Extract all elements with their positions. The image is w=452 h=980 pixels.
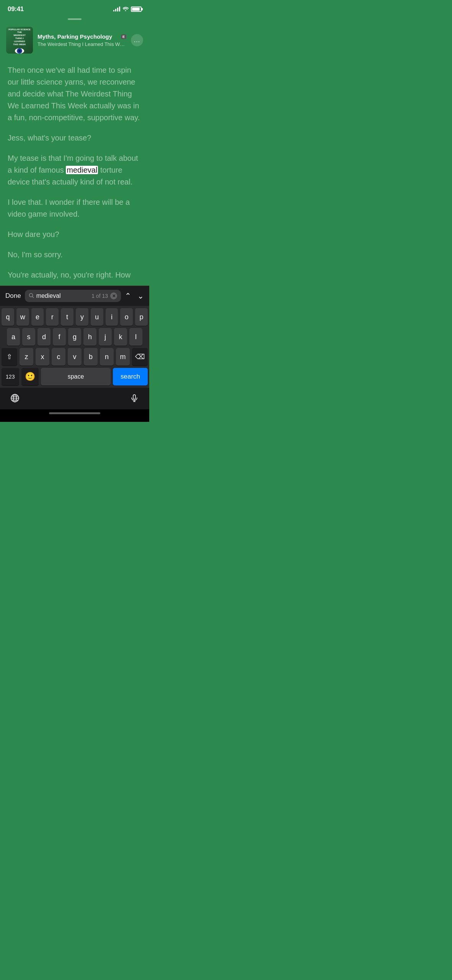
podcast-artwork: POPULAR SCIENCETHEWEIRDESTTHING ILEARNED… [6,27,33,54]
search-clear-button[interactable]: ✕ [110,292,117,299]
key-s[interactable]: s [22,328,35,346]
key-v[interactable]: v [68,348,82,366]
mic-key[interactable] [126,389,143,407]
search-prev-button[interactable]: ⌃ [125,291,131,301]
home-indicator [0,409,149,422]
status-time: 09:41 [8,5,24,13]
key-h[interactable]: h [83,328,96,346]
key-z[interactable]: z [20,348,33,366]
key-l[interactable]: l [129,328,142,346]
transcript-paragraph-4: I love that. I wonder if there will be a… [8,196,142,220]
status-bar: 09:41 [0,0,149,16]
status-icons [113,6,142,12]
keyboard-bottom-row: 123 🙂 space search [0,366,149,388]
artwork-text: POPULAR SCIENCETHEWEIRDESTTHING ILEARNED… [7,27,32,47]
transcript-paragraph-1: Then once we've all had time to spin our… [8,64,142,124]
key-w[interactable]: w [16,308,29,326]
key-b[interactable]: b [84,348,98,366]
search-navigation: ⌃ ⌄ [125,291,144,301]
transcript-paragraph-3: My tease is that I'm going to talk about… [8,152,142,188]
key-t[interactable]: t [61,308,73,326]
key-u[interactable]: u [91,308,103,326]
podcast-episode-title: Myths, Parking Psychology [38,33,119,40]
key-d[interactable]: d [38,328,51,346]
podcast-info: Myths, Parking Psychology E The Weirdest… [38,33,126,47]
key-m[interactable]: m [116,348,130,366]
battery-icon [131,7,142,12]
space-key[interactable]: space [41,368,111,385]
more-dots-icon: ... [134,37,140,44]
search-field-icon [29,293,34,299]
key-g[interactable]: g [68,328,81,346]
highlighted-word: medieval [66,166,98,174]
key-e[interactable]: e [31,308,44,326]
numbers-key[interactable]: 123 [2,368,19,385]
search-input[interactable]: medieval [36,292,90,299]
key-f[interactable]: f [53,328,66,346]
key-i[interactable]: i [106,308,118,326]
key-n[interactable]: n [100,348,114,366]
podcast-show-title: The Weirdest Thing I Learned This We... [38,41,126,47]
key-p[interactable]: p [135,308,148,326]
key-a[interactable]: a [7,328,20,346]
done-button[interactable]: Done [5,292,21,300]
search-key[interactable]: search [113,368,148,385]
emoji-key[interactable]: 🙂 [21,368,39,385]
search-next-button[interactable]: ⌄ [137,291,144,301]
key-o[interactable]: o [120,308,133,326]
podcast-badge: E [121,34,126,39]
key-y[interactable]: y [76,308,88,326]
key-r[interactable]: r [46,308,59,326]
key-j[interactable]: j [99,328,112,346]
backspace-icon: ⌫ [135,353,145,361]
svg-rect-6 [133,395,135,399]
keyboard-row-3: ⇧ z x c v b n m ⌫ [0,346,149,366]
podcast-header: POPULAR SCIENCETHEWEIRDESTTHING ILEARNED… [0,24,149,57]
search-result-count: 1 of 13 [91,293,108,299]
key-k[interactable]: k [114,328,127,346]
signal-icon [113,7,120,11]
globe-key[interactable] [6,389,24,407]
shift-key[interactable]: ⇧ [2,348,17,366]
keyboard-row-2: a s d f g h j k l [0,326,149,346]
transcript-paragraph-6: No, I'm so sorry. [8,249,142,261]
key-c[interactable]: c [52,348,65,366]
home-bar [49,412,100,414]
transcript-paragraph-7: You're actually, no, you're right. How [8,269,142,281]
transcript-paragraph-5: How dare you? [8,229,142,240]
wifi-icon [122,6,129,12]
transcript-paragraph-2: Jess, what's your tease? [8,132,142,144]
key-q[interactable]: q [2,308,14,326]
transcript: Then once we've all had time to spin our… [0,60,149,286]
search-bar: Done medieval 1 of 13 ✕ ⌃ ⌄ [0,286,149,306]
artwork-eye [15,48,24,54]
keyboard: q w e r t y u i o p a s d f g h j k l ⇧ … [0,306,149,422]
shift-icon: ⇧ [7,353,12,361]
backspace-key[interactable]: ⌫ [132,348,148,366]
drag-handle [0,16,149,24]
key-x[interactable]: x [36,348,49,366]
more-options-button[interactable]: ... [131,34,143,46]
keyboard-row-1: q w e r t y u i o p [0,306,149,326]
search-field[interactable]: medieval 1 of 13 ✕ [25,290,121,302]
